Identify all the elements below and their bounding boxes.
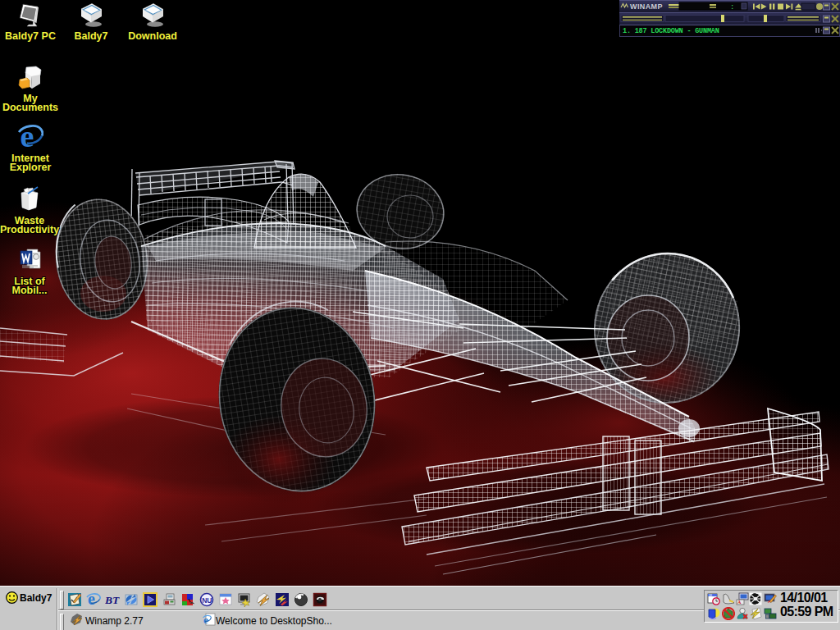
svg-text::: : [730, 3, 734, 11]
svg-text:WINAMP: WINAMP [630, 2, 663, 11]
svg-text:38: 38 [709, 594, 712, 597]
svg-text:1. 187 LOCKDOWN - GUNMAN: 1. 187 LOCKDOWN - GUNMAN [623, 27, 719, 35]
svg-text:A: A [737, 600, 742, 605]
svg-text:BT: BT [105, 594, 120, 606]
svg-text:NU: NU [202, 596, 212, 605]
